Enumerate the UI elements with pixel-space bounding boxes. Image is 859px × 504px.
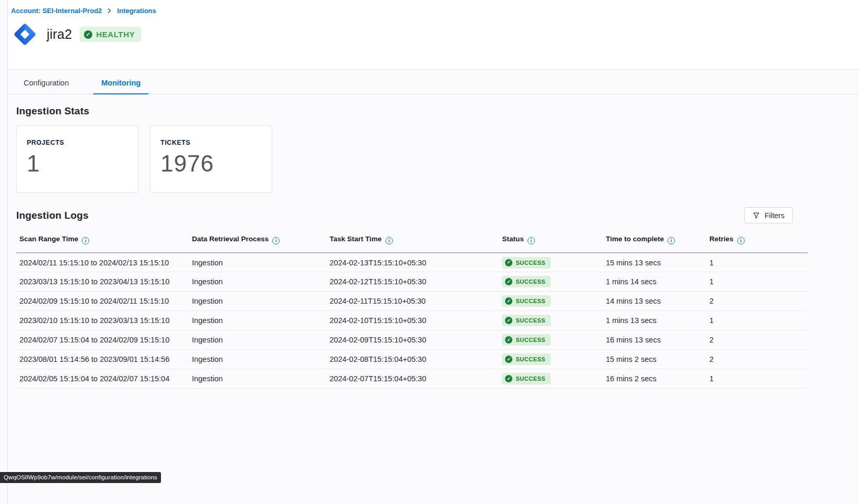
info-icon[interactable]: i — [385, 237, 393, 244]
info-icon[interactable]: i — [272, 237, 280, 244]
breadcrumb-integrations-link[interactable]: Integrations — [117, 7, 156, 15]
info-icon[interactable]: i — [737, 237, 745, 244]
cell-retries: 1 — [706, 253, 808, 272]
column-header-status: Statusi — [499, 231, 603, 253]
cell-time-to-complete: 16 mins 2 secs — [603, 369, 706, 389]
ingestion-stats-heading: Ingestion Stats — [16, 94, 808, 117]
check-circle-icon: ✓ — [505, 297, 512, 305]
status-badge: ✓SUCCESS — [502, 353, 551, 365]
stat-card-value: 1 — [27, 152, 128, 175]
filter-icon — [753, 212, 760, 219]
cell-retries: 1 — [706, 272, 808, 292]
cell-retries: 2 — [706, 292, 808, 311]
filters-button[interactable]: Filters — [744, 207, 793, 223]
cell-scan-range-time: 2024/02/05 15:15:04 to 2024/02/07 15:15:… — [16, 369, 189, 389]
health-badge-label: HEALTHY — [96, 30, 135, 39]
status-cell: ✓SUCCESS — [499, 292, 603, 311]
cell-time-to-complete: 15 mins 2 secs — [603, 350, 706, 369]
cell-task-start-time: 2024-02-07T15:15:04+05:30 — [327, 369, 499, 389]
content-area: ConfigurationMonitoring Ingestion Stats … — [8, 70, 859, 504]
cell-data-retrieval-process: Ingestion — [189, 369, 327, 389]
tab-monitoring[interactable]: Monitoring — [93, 77, 148, 94]
cell-time-to-complete: 1 mins 14 secs — [603, 272, 706, 292]
stat-card-label: TICKETS — [160, 139, 262, 146]
status-badge: ✓SUCCESS — [502, 295, 551, 307]
cell-scan-range-time: 2024/02/09 15:15:10 to 2024/02/11 15:15:… — [16, 292, 189, 311]
cell-task-start-time: 2024-02-12T15:15:10+05:30 — [327, 272, 499, 292]
info-icon[interactable]: i — [668, 237, 675, 244]
cell-time-to-complete: 16 mins 13 secs — [603, 330, 706, 350]
status-badge: ✓SUCCESS — [502, 373, 551, 384]
cell-data-retrieval-process: Ingestion — [189, 253, 327, 272]
cell-time-to-complete: 15 mins 13 secs — [603, 253, 706, 272]
breadcrumb-account-link[interactable]: Account: SEI-Internal-Prod2 — [11, 7, 102, 15]
info-icon[interactable]: i — [528, 237, 535, 244]
cell-data-retrieval-process: Ingestion — [189, 350, 327, 369]
cell-retries: 1 — [706, 311, 808, 330]
table-row: 2023/03/13 15:15:10 to 2023/04/13 15:15:… — [16, 272, 808, 292]
ingestion-logs-table: Scan Range TimeiData Retrieval ProcessiT… — [16, 231, 808, 389]
stat-card-projects: PROJECTS 1 — [16, 125, 138, 193]
status-badge: ✓SUCCESS — [502, 276, 551, 287]
table-row: 2024/02/11 15:15:10 to 2024/02/13 15:15:… — [16, 253, 808, 272]
status-cell: ✓SUCCESS — [499, 350, 603, 369]
breadcrumb-chevron-icon — [106, 8, 112, 14]
info-icon[interactable]: i — [82, 237, 89, 244]
column-header-data-retrieval-process: Data Retrieval Processi — [189, 231, 327, 253]
table-row: 2024/02/05 15:15:04 to 2024/02/07 15:15:… — [16, 369, 808, 389]
check-circle-icon: ✓ — [505, 278, 512, 285]
health-status-badge: ✓ HEALTHY — [80, 27, 141, 42]
table-row: 2023/08/01 15:14:56 to 2023/09/01 15:14:… — [16, 350, 808, 369]
status-badge: ✓SUCCESS — [502, 257, 551, 269]
stat-card-tickets: TICKETS 1976 — [150, 125, 272, 193]
tabs: ConfigurationMonitoring — [8, 70, 859, 94]
stat-card-label: PROJECTS — [27, 139, 128, 146]
integration-title-row: jira2 ✓ HEALTHY — [11, 20, 846, 48]
logs-table-head: Scan Range TimeiData Retrieval ProcessiT… — [16, 231, 808, 253]
check-circle-icon: ✓ — [505, 375, 512, 382]
cell-task-start-time: 2024-02-11T15:15:10+05:30 — [327, 292, 499, 311]
status-cell: ✓SUCCESS — [499, 311, 603, 330]
page-header: Account: SEI-Internal-Prod2 Integrations — [8, 0, 859, 70]
link-preview-statusbar: QwqOSlIWp9ob7w/module/sei/configuration/… — [0, 472, 161, 483]
check-circle-icon: ✓ — [505, 356, 512, 363]
table-row: 2023/02/10 15:15:10 to 2023/03/13 15:15:… — [16, 311, 808, 330]
status-cell: ✓SUCCESS — [499, 330, 603, 350]
cell-data-retrieval-process: Ingestion — [189, 311, 327, 330]
table-row: 2024/02/09 15:15:10 to 2024/02/11 15:15:… — [16, 292, 808, 311]
cell-task-start-time: 2024-02-08T15:15:04+05:30 — [327, 350, 499, 369]
cell-task-start-time: 2024-02-13T15:15:10+05:30 — [327, 253, 499, 272]
cell-task-start-time: 2024-02-10T15:15:10+05:30 — [327, 311, 499, 330]
breadcrumb: Account: SEI-Internal-Prod2 Integrations — [11, 7, 846, 15]
stat-card-value: 1976 — [160, 152, 262, 175]
cell-scan-range-time: 2023/03/13 15:15:10 to 2023/04/13 15:15:… — [16, 272, 189, 292]
check-circle-icon: ✓ — [505, 336, 512, 344]
cell-time-to-complete: 14 mins 13 secs — [603, 292, 706, 311]
tab-configuration[interactable]: Configuration — [16, 77, 77, 94]
cell-task-start-time: 2024-02-09T15:15:10+05:30 — [327, 330, 499, 350]
status-cell: ✓SUCCESS — [499, 272, 603, 292]
column-header-retries: Retriesi — [706, 231, 808, 253]
column-header-time-to-complete: Time to completei — [603, 231, 706, 253]
cell-data-retrieval-process: Ingestion — [189, 272, 327, 292]
table-row: 2024/02/07 15:15:04 to 2024/02/09 15:15:… — [16, 330, 808, 350]
stat-cards: PROJECTS 1 TICKETS 1976 — [16, 125, 808, 193]
cell-data-retrieval-process: Ingestion — [189, 330, 327, 350]
cell-scan-range-time: 2024/02/07 15:15:04 to 2024/02/09 15:15:… — [16, 330, 189, 350]
page: Account: SEI-Internal-Prod2 Integrations — [8, 0, 859, 504]
status-badge: ✓SUCCESS — [502, 315, 551, 326]
status-cell: ✓SUCCESS — [499, 369, 603, 389]
cell-scan-range-time: 2024/02/11 15:15:10 to 2024/02/13 15:15:… — [16, 253, 189, 272]
collapsed-nav-strip[interactable] — [0, 0, 8, 504]
cell-retries: 2 — [706, 350, 808, 369]
column-header-task-start-time: Task Start Timei — [327, 231, 499, 253]
logs-table-body: 2024/02/11 15:15:10 to 2024/02/13 15:15:… — [16, 253, 808, 389]
cell-time-to-complete: 1 mins 13 secs — [603, 311, 706, 330]
ingestion-logs-header-row: Ingestion Logs Filters — [16, 207, 808, 223]
content-body: Ingestion Stats PROJECTS 1 TICKETS 1976 … — [8, 94, 859, 401]
check-circle-icon: ✓ — [505, 259, 512, 266]
cell-data-retrieval-process: Ingestion — [189, 292, 327, 311]
status-badge: ✓SUCCESS — [502, 334, 551, 346]
ingestion-logs-heading: Ingestion Logs — [16, 210, 89, 221]
check-circle-icon: ✓ — [505, 317, 512, 324]
